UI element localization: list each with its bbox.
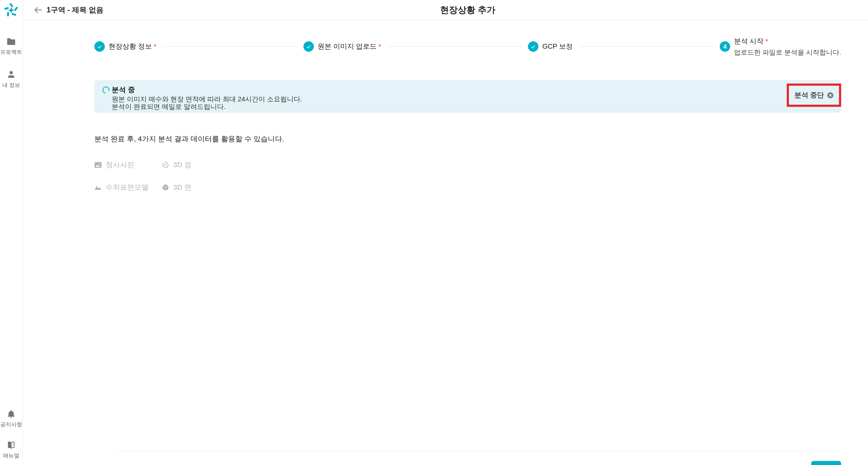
step-done-check-icon: [304, 41, 314, 52]
stepper: 현장상황 정보 * 원본 이미지 업로드 * GCP 보정: [94, 41, 841, 52]
result-item-mesh: 3D 면: [162, 182, 191, 192]
step-site-info: 현장상황 정보 *: [94, 41, 156, 52]
main-area: 현장상황 정보 * 원본 이미지 업로드 * GCP 보정: [23, 21, 868, 465]
zone-title: 1구역 - 제목 없음: [46, 5, 103, 15]
sidebar-item-manual[interactable]: 매뉴얼: [3, 440, 20, 459]
dsm-icon: [94, 184, 102, 191]
sidebar-item-my-info[interactable]: 내 정보: [2, 70, 20, 89]
folder-icon: [6, 37, 16, 46]
previous-button[interactable]: 이전: [774, 463, 800, 465]
page: 프로젝트 내 정보 공지사항 매뉴얼: [0, 0, 868, 465]
sidebar-item-label: 내 정보: [2, 81, 20, 89]
orthophoto-icon: [94, 161, 102, 169]
user-icon: [6, 70, 16, 79]
step-number-badge: 4: [720, 41, 730, 52]
step-start-analysis: 4 분석 시작 * 업로드한 파일로 분석을 시작합니다.: [720, 36, 841, 57]
mesh-icon: [162, 184, 169, 191]
book-icon: [6, 440, 16, 450]
header: 1구역 - 제목 없음 현장상황 추가: [23, 0, 868, 21]
step-gcp: GCP 보정: [528, 41, 572, 52]
result-item-point-cloud: 3D 점: [162, 160, 191, 170]
results-heading: 분석 완료 후, 4가지 분석 결과 데이터를 활용할 수 있습니다.: [94, 134, 841, 144]
step-subtitle: 업로드한 파일로 분석을 시작합니다.: [734, 48, 841, 57]
step-image-upload: 원본 이미지 업로드 *: [304, 41, 381, 52]
sidebar-item-label: 프로젝트: [0, 48, 22, 56]
step-label: 현장상황 정보: [108, 42, 152, 51]
analyzing-banner: 분석 중 원본 이미지 매수와 현장 면적에 따라 최대 24시간이 소요됩니다…: [94, 80, 841, 113]
result-label: 3D 점: [173, 160, 191, 170]
spinner-icon: [102, 86, 110, 94]
step-done-check-icon: [94, 41, 105, 52]
sidebar-item-projects[interactable]: 프로젝트: [0, 37, 22, 56]
result-label: 수치표면모델: [106, 182, 149, 192]
annotation-box: 분석 중단: [787, 84, 841, 107]
footer-bar: 이전 나가기: [117, 451, 841, 465]
stepper-connector: [162, 46, 297, 47]
exit-button[interactable]: 나가기: [811, 461, 841, 465]
banner-line: 원본 이미지 매수와 현장 면적에 따라 최대 24시간이 소요됩니다.: [112, 95, 302, 103]
back-button[interactable]: 1구역 - 제목 없음: [34, 5, 103, 15]
bell-icon: [6, 409, 16, 419]
stop-analysis-label: 분석 중단: [794, 91, 824, 100]
result-label: 정사사진: [106, 160, 134, 170]
stepper-connector: [387, 46, 522, 47]
required-mark: *: [154, 43, 156, 51]
banner-line: 분석이 완료되면 메일로 알려드립니다.: [112, 103, 302, 111]
app-logo-icon[interactable]: [3, 2, 19, 18]
step-label: GCP 보정: [542, 42, 572, 51]
stop-analysis-button[interactable]: 분석 중단: [794, 91, 833, 100]
result-item-orthophoto: 정사사진: [94, 160, 162, 170]
banner-title: 분석 중: [112, 86, 302, 94]
point-cloud-icon: [162, 161, 169, 169]
step-label: 원본 이미지 업로드: [318, 42, 377, 51]
page-title: 현장상황 추가: [94, 4, 841, 16]
stepper-connector: [579, 46, 714, 47]
sidebar-item-label: 공지사항: [0, 421, 22, 428]
back-arrow-icon: [34, 6, 42, 13]
sidebar: 프로젝트 내 정보 공지사항 매뉴얼: [0, 0, 23, 465]
cancel-circle-icon: [827, 92, 834, 99]
results-grid: 정사사진 3D 점: [94, 160, 841, 192]
result-item-dsm: 수치표면모델: [94, 182, 162, 192]
sidebar-item-label: 매뉴얼: [3, 452, 20, 459]
step-done-check-icon: [528, 41, 538, 52]
step-label: 분석 시작: [734, 37, 764, 46]
required-mark: *: [378, 43, 381, 51]
required-mark: *: [765, 37, 768, 45]
sidebar-item-notices[interactable]: 공지사항: [0, 409, 22, 428]
step-texts: 분석 시작 * 업로드한 파일로 분석을 시작합니다.: [734, 36, 841, 57]
banner-texts: 분석 중 원본 이미지 매수와 현장 면적에 따라 최대 24시간이 소요됩니다…: [112, 86, 302, 113]
previous-label: 이전: [785, 463, 800, 465]
content: 현장상황 정보 * 원본 이미지 업로드 * GCP 보정: [94, 41, 841, 192]
result-label: 3D 면: [173, 182, 191, 192]
